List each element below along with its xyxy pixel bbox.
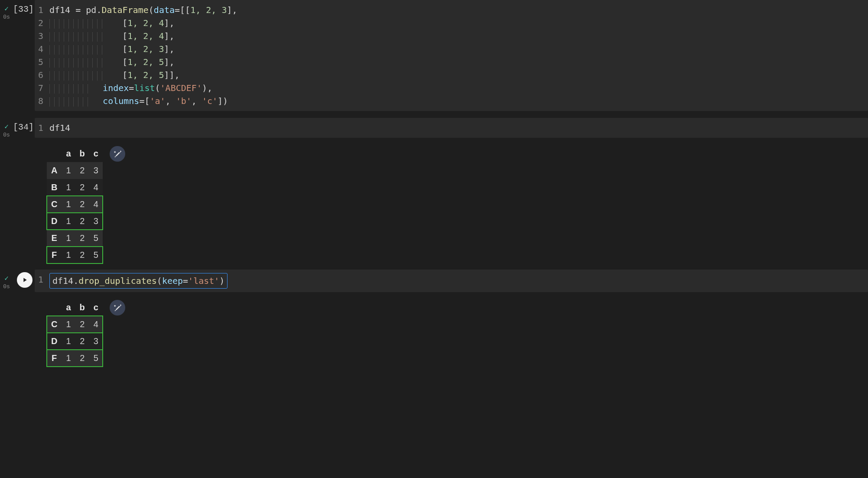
code-content[interactable]: df14 = pd.DataFrame(data=[[1, 2, 3], [1,… [49, 3, 868, 107]
table-row: D123 [47, 213, 103, 230]
cell-timing: 0s [0, 132, 13, 138]
code-token: ( [155, 83, 160, 93]
cell-value: 2 [75, 230, 89, 247]
row-index: E [47, 230, 62, 247]
code-token: pd [86, 5, 96, 15]
table-header-row: a b c [47, 299, 103, 316]
run-cell-button[interactable] [17, 272, 33, 288]
code-token: = [129, 83, 134, 93]
exec-count: [34] [13, 118, 35, 132]
code-token: , [192, 96, 202, 106]
code-token: , [166, 96, 176, 106]
cell-value: 5 [89, 230, 103, 247]
cell-value: 5 [89, 350, 103, 367]
cell-value: 4 [89, 316, 103, 333]
cell-value: 1 [62, 350, 75, 367]
code-token: 'ABCDEF' [160, 83, 202, 93]
cell-value: 2 [75, 350, 89, 367]
cell-value: 2 [75, 196, 89, 213]
column-header: a [62, 299, 75, 316]
column-header: a [62, 145, 75, 162]
cell-value: 1 [62, 247, 75, 263]
code-content[interactable]: df14.drop_duplicates(keep='last') [49, 273, 868, 289]
code-token: data [154, 5, 175, 15]
cell-output-active: a b c C124D123F125 [47, 299, 868, 367]
check-icon: ✓ [0, 122, 13, 131]
code-token: index [103, 83, 129, 93]
row-index: D [47, 333, 62, 350]
cell-status: ✓ 0s [0, 118, 13, 138]
code-token: keep [162, 276, 183, 286]
line-gutter: 1 [35, 121, 49, 134]
row-index: F [47, 247, 62, 263]
code-cell-active[interactable]: ✓ 0s 1 df14.drop_duplicates(keep='last') [0, 270, 868, 292]
code-token: 1, 2, 5 [127, 57, 164, 67]
line-number: 4 [35, 42, 43, 55]
code-token: =[ [139, 96, 150, 106]
code-token: ), [202, 83, 212, 93]
row-index: C [47, 316, 62, 333]
check-icon: ✓ [0, 4, 13, 13]
code-token: 1, 2, 5 [127, 70, 164, 80]
table-row: E125 [47, 230, 103, 247]
row-index: F [47, 350, 62, 367]
code-cell-34[interactable]: ✓ 0s [34] 1 df14 [0, 118, 868, 138]
table-row: F125 [47, 247, 103, 263]
code-token: . [96, 5, 101, 15]
code-token: [ [122, 70, 127, 80]
table-row: B124 [47, 179, 103, 196]
line-number: 1 [35, 3, 43, 16]
exec-count: [33] [13, 0, 35, 14]
cell-value: 4 [89, 179, 103, 196]
cell-value: 1 [62, 196, 75, 213]
cell-value: 2 [75, 333, 89, 350]
code-token: ], [227, 5, 237, 15]
line-number: 3 [35, 29, 43, 42]
column-header: c [89, 299, 103, 316]
cell-value: 2 [75, 247, 89, 263]
code-token: DataFrame [101, 5, 148, 15]
code-editor[interactable]: 1 2 3 4 5 6 7 8 df14 = pd.DataFrame(data… [35, 0, 868, 111]
row-index: D [47, 213, 62, 230]
cell-value: 3 [89, 162, 103, 179]
cell-value: 1 [62, 316, 75, 333]
line-number: 7 [35, 81, 43, 94]
dataframe-table: a b c C124D123F125 [47, 299, 103, 367]
dataframe-table: a b c A123B124C124D123E125F125 [47, 145, 103, 263]
code-token: 'c' [202, 96, 218, 106]
table-row: C124 [47, 316, 103, 333]
table-header-row: a b c [47, 145, 103, 162]
cell-timing: 0s [0, 283, 13, 290]
code-token: ( [149, 5, 154, 15]
code-cell-33[interactable]: ✓ 0s [33] 1 2 3 4 5 6 7 8 df14 = pd.Data… [0, 0, 868, 111]
magic-wand-icon[interactable] [110, 146, 125, 162]
cell-value: 2 [75, 162, 89, 179]
code-token: 1, 2, 3 [190, 5, 227, 15]
cell-status: ✓ 0s [0, 270, 13, 290]
code-editor[interactable]: 1 df14 [35, 118, 868, 138]
code-token: list [134, 83, 155, 93]
code-token: 'b' [176, 96, 192, 106]
code-token: ], [164, 57, 174, 67]
code-token: ) [219, 276, 224, 286]
code-token: ], [164, 44, 174, 54]
magic-wand-icon[interactable] [110, 300, 125, 315]
row-index: B [47, 179, 62, 196]
code-content[interactable]: df14 [49, 121, 868, 134]
code-token: 'a' [150, 96, 165, 106]
code-token: [ [122, 18, 127, 28]
cell-value: 5 [89, 247, 103, 263]
code-token: ]], [164, 70, 179, 80]
cell-value: 1 [62, 213, 75, 230]
column-header: b [75, 145, 89, 162]
code-token: = [70, 5, 86, 15]
cell-value: 4 [89, 196, 103, 213]
cell-value: 3 [89, 333, 103, 350]
cell-value: 1 [62, 333, 75, 350]
row-index: A [47, 162, 62, 179]
code-token: [ [122, 57, 127, 67]
code-token: 'last' [188, 276, 219, 286]
code-token: ( [157, 276, 162, 286]
code-editor[interactable]: 1 df14.drop_duplicates(keep='last') [35, 270, 868, 292]
code-token: 1, 2, 4 [127, 18, 164, 28]
